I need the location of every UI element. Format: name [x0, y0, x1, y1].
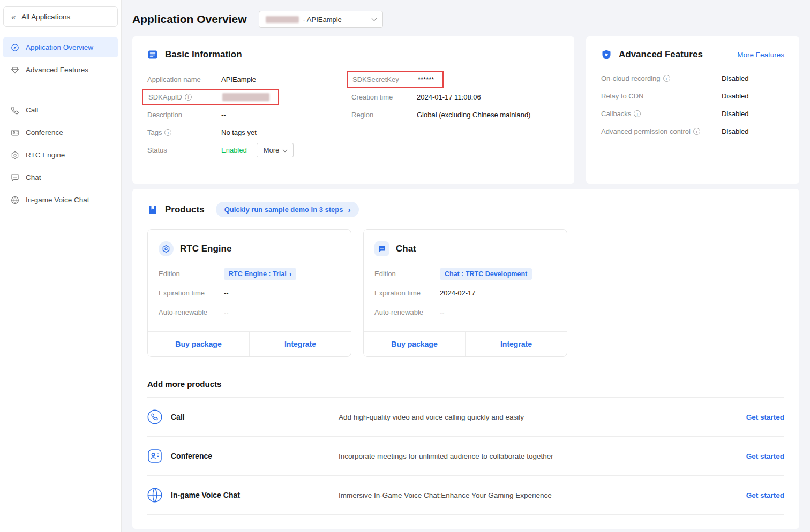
status-value: Enabled [221, 146, 247, 154]
add-product-name: Call [171, 413, 339, 421]
annotation-box-sdksecretkey: SDKSecretKey ****** [347, 71, 444, 88]
sidebar-item-ingame-voice-chat[interactable]: In-game Voice Chat [3, 190, 118, 210]
sidebar-item-conference[interactable]: Conference [3, 123, 118, 142]
rtc-engine-icon [159, 241, 174, 256]
callbacks-value: Disabled [722, 110, 749, 118]
application-selector[interactable]: - APIEample [259, 11, 383, 28]
advanced-permission-control-value: Disabled [722, 127, 749, 135]
page-title: Application Overview [132, 13, 247, 26]
relay-to-cdn-label: Relay to CDN [601, 92, 722, 100]
rtc-edition-tag[interactable]: RTC Engine : Trial › [224, 268, 296, 280]
status-more-button[interactable]: More [257, 143, 294, 157]
ingame-voice-chat-icon [147, 488, 162, 503]
page-header: Application Overview - APIEample [132, 11, 799, 28]
chevron-right-icon: › [348, 206, 350, 214]
rtc-engine-product-card: RTC Engine Edition RTC Engine : Trial › … [147, 229, 351, 357]
sidebar-item-label: Advanced Features [26, 66, 88, 74]
products-icon [147, 204, 158, 215]
auto-renewable-value: -- [440, 308, 445, 316]
sidebar-item-rtc-engine[interactable]: RTC Engine [3, 145, 118, 165]
sidebar-item-label: Conference [26, 128, 63, 136]
get-started-link[interactable]: Get started [746, 491, 784, 499]
gem-icon [11, 66, 19, 74]
redacted-sdkappid-value [222, 93, 269, 101]
advanced-features-card: Advanced Features More Features On-cloud… [586, 36, 799, 184]
info-icon[interactable] [693, 128, 700, 135]
more-features-link[interactable]: More Features [737, 51, 784, 59]
description-value: -- [221, 111, 226, 119]
edition-label: Edition [159, 270, 224, 278]
hexagon-icon [11, 151, 19, 159]
get-started-link[interactable]: Get started [746, 452, 784, 460]
all-applications-label: All Applications [21, 13, 70, 21]
rtc-engine-title: RTC Engine [180, 244, 231, 254]
sidebar-products-group: Call Conference RTC Engine [3, 100, 118, 210]
add-product-row-ingame-voice-chat: In-game Voice Chat Immersive In-Game Voi… [147, 475, 784, 515]
application-name-label: Application name [147, 75, 221, 83]
sidebar-item-label: Application Overview [26, 43, 93, 51]
add-product-row-conference: Conference Incorporate meetings for unli… [147, 436, 784, 475]
auto-renewable-label: Auto-renewable [159, 308, 224, 316]
sidebar-item-label: Call [26, 106, 38, 114]
main-content: Application Overview - APIEample Basic I… [122, 0, 810, 532]
all-applications-button[interactable]: « All Applications [3, 6, 118, 27]
annotation-box-sdkappid: SDKAppID [142, 89, 279, 105]
chat-edition-tag[interactable]: Chat : TRTC Development [440, 268, 532, 280]
call-icon [147, 409, 162, 424]
phone-icon [11, 106, 19, 115]
add-product-desc: Incorporate meetings for unlimited audie… [339, 452, 746, 460]
sidebar-item-call[interactable]: Call [3, 100, 118, 120]
add-product-desc: Add high-quality video and voice calling… [339, 413, 746, 421]
sidebar: « All Applications Application Overview … [0, 0, 122, 532]
basic-information-title: Basic Information [165, 49, 242, 60]
auto-renewable-value: -- [224, 308, 229, 316]
add-product-name: In-game Voice Chat [171, 491, 339, 499]
sidebar-item-advanced-features[interactable]: Advanced Features [3, 60, 118, 80]
add-product-name: Conference [171, 452, 339, 460]
chat-bubble-icon [11, 173, 19, 182]
chat-icon [374, 241, 389, 256]
sdkappid-label: SDKAppID [148, 93, 222, 101]
expiration-time-value: 2024-02-17 [440, 289, 476, 297]
status-label: Status [147, 146, 221, 154]
run-sample-demo-button[interactable]: Quickly run sample demo in 3 steps › [216, 202, 359, 217]
expiration-time-label: Expiration time [374, 289, 440, 297]
sdksecretkey-label: SDKSecretKey [352, 75, 418, 83]
application-selector-label: - APIEample [303, 16, 342, 24]
info-icon[interactable] [164, 129, 171, 136]
basic-information-card: Basic Information Application name APIEa… [132, 36, 574, 184]
chat-title: Chat [396, 244, 416, 254]
region-label: Region [351, 111, 417, 119]
callbacks-label: Callbacks [601, 110, 722, 118]
application-name-value: APIEample [221, 75, 256, 83]
get-started-link[interactable]: Get started [746, 413, 784, 421]
buy-package-button[interactable]: Buy package [364, 332, 465, 356]
globe-icon [11, 196, 19, 204]
relay-to-cdn-value: Disabled [722, 92, 749, 100]
shield-heart-icon [601, 49, 612, 60]
info-icon[interactable] [663, 75, 670, 82]
info-icon[interactable] [634, 110, 641, 117]
expiration-time-label: Expiration time [159, 289, 224, 297]
chevron-down-icon [283, 147, 287, 151]
on-cloud-recording-value: Disabled [722, 74, 749, 82]
auto-renewable-label: Auto-renewable [374, 308, 440, 316]
creation-time-value: 2024-01-17 11:08:06 [417, 93, 481, 101]
chevron-right-icon: › [289, 270, 292, 278]
buy-package-button[interactable]: Buy package [148, 332, 249, 356]
integrate-button[interactable]: Integrate [465, 332, 567, 356]
sidebar-item-application-overview[interactable]: Application Overview [3, 37, 118, 57]
integrate-button[interactable]: Integrate [249, 332, 351, 356]
advanced-permission-control-label: Advanced permission control [601, 127, 722, 135]
sidebar-item-chat[interactable]: Chat [3, 168, 118, 187]
chat-product-card: Chat Edition Chat : TRTC Development Exp… [363, 229, 567, 357]
products-card: Products Quickly run sample demo in 3 st… [132, 189, 799, 529]
tags-label: Tags [147, 128, 221, 136]
info-icon[interactable] [185, 94, 192, 101]
add-product-row-call: Call Add high-quality video and voice ca… [147, 397, 784, 436]
advanced-features-title: Advanced Features [619, 49, 703, 60]
overview-icon [11, 43, 19, 52]
sdksecretkey-value: ****** [418, 75, 434, 83]
chevron-down-icon [371, 16, 377, 21]
tags-value: No tags yet [221, 128, 257, 136]
